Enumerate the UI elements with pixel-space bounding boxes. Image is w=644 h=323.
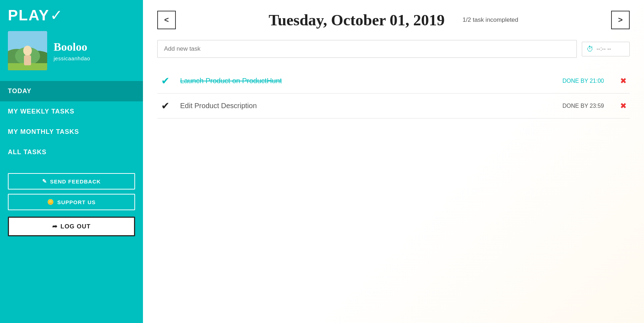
clock-icon: ⏱ [586,45,594,53]
coin-icon: 🪙 [47,199,54,205]
sidebar-item-today[interactable]: TODAY [0,81,143,101]
task-delete-button[interactable]: ✖ [617,76,630,86]
current-date: Tuesday, October 01, 2019 [269,11,445,29]
time-input[interactable] [596,46,625,52]
task-check-completed[interactable]: ✔ [157,75,173,87]
profile-username: jessicaanhdao [54,55,90,61]
task-count-badge: 1/2 task incompleted [462,16,518,24]
nav-section: TODAY MY WEEKLY TASKS MY MONTHLY TASKS A… [0,81,143,162]
main-header: < Tuesday, October 01, 2019 1/2 task inc… [157,11,630,29]
avatar [8,31,47,70]
svg-rect-6 [24,55,31,65]
edit-icon: ✎ [42,178,47,185]
profile-info: Booloo jessicaanhdao [54,40,90,61]
task-list: ✔ Launch Product on ProductHunt DONE BY … [157,69,630,118]
logo-area: PLAY ✓ [0,0,143,27]
task-check-completed[interactable]: ✔ [157,100,173,112]
support-us-button[interactable]: 🪙 SUPPORT US [8,194,135,210]
logo-text: PLAY [8,7,49,24]
avatar-svg [8,31,47,70]
header-center: Tuesday, October 01, 2019 1/2 task incom… [176,11,611,29]
table-row: ✔ Edit Product Description DONE BY 23:59… [157,94,630,118]
time-input-wrapper: ⏱ [582,42,630,56]
profile-name: Booloo [54,40,90,54]
task-time-label: DONE BY 21:00 [563,78,604,84]
sidebar: PLAY ✓ [0,0,143,323]
sidebar-item-weekly[interactable]: MY WEEKLY TASKS [0,101,143,122]
sidebar-item-monthly[interactable]: MY MONTHLY TASKS [0,122,143,142]
chevron-right-icon: > [618,15,623,25]
add-task-input[interactable] [157,40,577,58]
logout-icon: ➦ [52,223,58,230]
main-content: < Tuesday, October 01, 2019 1/2 task inc… [143,0,644,323]
svg-point-5 [23,46,32,56]
task-time-label: DONE BY 23:59 [563,103,604,109]
sidebar-action-buttons: ✎ SEND FEEDBACK 🪙 SUPPORT US [0,162,143,214]
profile-section: Booloo jessicaanhdao [0,27,143,77]
prev-day-button[interactable]: < [157,11,176,29]
logout-button[interactable]: ➦ LOG OUT [8,217,135,236]
chevron-left-icon: < [164,15,169,25]
avatar-image [8,31,47,70]
task-delete-button[interactable]: ✖ [617,101,630,111]
task-text: Launch Product on ProductHunt [180,77,555,85]
sidebar-item-all-tasks[interactable]: All TASKS [0,142,143,162]
send-feedback-button[interactable]: ✎ SEND FEEDBACK [8,173,135,190]
logo-checkmark: ✓ [50,6,63,24]
table-row: ✔ Launch Product on ProductHunt DONE BY … [157,69,630,94]
task-text: Edit Product Description [180,102,555,110]
next-day-button[interactable]: > [611,11,630,29]
add-task-row: ⏱ [157,40,630,58]
